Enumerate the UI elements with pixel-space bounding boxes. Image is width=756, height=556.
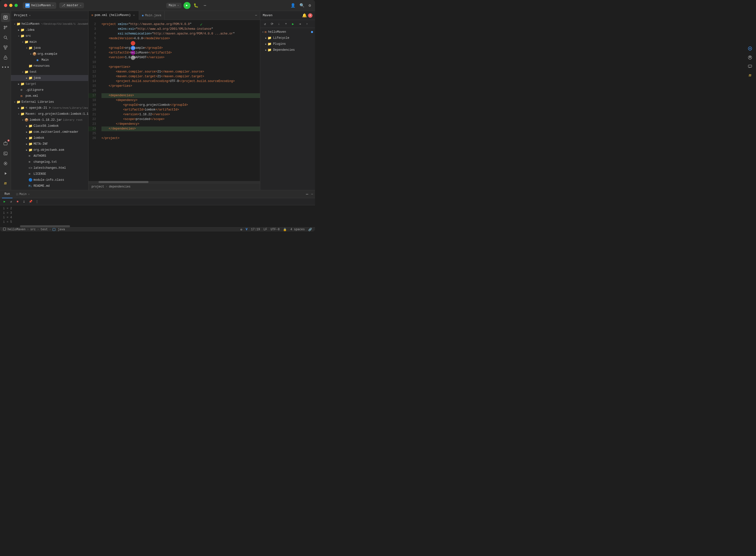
tree-item-meta-inf[interactable]: ▶ 📁 META-INF <box>11 141 88 147</box>
sidebar-icon-project[interactable] <box>1 13 10 22</box>
tree-item-lombok-pkg[interactable]: ▶ 📁 lombok <box>11 135 88 141</box>
tab-close-button[interactable]: ✕ <box>132 13 136 17</box>
minimize-button[interactable] <box>9 4 12 7</box>
status-line-col[interactable]: 17:19 <box>251 228 260 231</box>
tree-item-cmdreader[interactable]: ▶ 📁 com.zwitserloot.cmdreader <box>11 129 88 135</box>
settings-icon[interactable]: ⚙ <box>309 3 311 8</box>
status-breadcrumb-test[interactable]: test <box>40 228 48 231</box>
horizontal-scrollbar[interactable] <box>89 181 260 183</box>
tree-item-org-example[interactable]: ▾ 📦 org.example <box>11 51 88 57</box>
maven-add-button[interactable]: + <box>283 21 289 27</box>
tree-item-src[interactable]: ▾ 📁 src <box>11 33 88 39</box>
code-content[interactable]: <project xmlns="http://maven.apache.org/… <box>99 20 260 181</box>
tree-label: META-INF <box>34 142 48 146</box>
sidebar-icon-terminal[interactable] <box>1 149 10 158</box>
maven-project-label: helloMaven <box>268 30 286 34</box>
maven-item-dependencies[interactable]: ▶ 📁 Dependencies <box>260 47 315 53</box>
tree-item-readme[interactable]: M↓ README.md <box>11 183 88 189</box>
bottom-panel-minimize-button[interactable]: — <box>311 193 313 196</box>
run-stop-button[interactable]: ■ <box>15 199 20 204</box>
maven-download-button[interactable]: ↓ <box>276 21 282 27</box>
maven-item-plugins[interactable]: ▶ 📁 Plugins <box>260 41 315 47</box>
bottom-panel-more-button[interactable]: ⋯ <box>306 192 308 197</box>
branch-selector[interactable]: ⎇ master ▾ <box>59 2 84 8</box>
bottom-scrollbar[interactable] <box>0 225 315 227</box>
bottom-tab-run[interactable]: Run <box>2 190 12 198</box>
status-indent[interactable]: 4 spaces <box>290 228 305 231</box>
tree-label: changelog.txt <box>34 160 57 164</box>
tree-item-pom[interactable]: m pom.xml <box>11 93 88 99</box>
run-button[interactable]: ▶ <box>183 2 191 9</box>
tree-item-idea[interactable]: ▶ 📁 .idea <box>11 27 88 33</box>
notification-icon[interactable]: 🔔 <box>302 13 307 18</box>
run-scroll-button[interactable]: ⤓ <box>22 199 27 204</box>
tree-arrow-icon: ▶ <box>25 149 29 151</box>
maven-more-button[interactable]: › <box>304 21 310 27</box>
maven-expand-button[interactable]: ⇥ <box>297 21 303 27</box>
sidebar-icon-git[interactable] <box>1 23 10 32</box>
tree-item-ext-libs[interactable]: ▾ 📁 External Libraries <box>11 99 88 105</box>
tree-item-main[interactable]: ▾ 📁 main <box>11 39 88 45</box>
run-restart-button[interactable]: ▶ <box>2 199 7 204</box>
tree-item-hellomaven[interactable]: ▾ 📁 helloMaven ~/Desktop/CS/JavaEE/1 Jav… <box>11 21 88 27</box>
status-breadcrumb-project[interactable]: helloMaven <box>7 228 26 231</box>
status-version-icon[interactable]: V <box>246 228 247 231</box>
tab-main-java[interactable]: ◉ Main.java <box>139 11 165 20</box>
file-tree-body[interactable]: ▾ 📁 helloMaven ~/Desktop/CS/JavaEE/1 Jav… <box>11 20 88 190</box>
tab-pom-xml[interactable]: m pom.xml (helloMaven) ✕ <box>89 11 139 20</box>
maven-run-button[interactable]: ▶ <box>290 21 296 27</box>
scrollbar-thumb[interactable] <box>99 181 148 183</box>
run-rerun-button[interactable]: ↺ <box>8 199 13 204</box>
tree-item-maven-lombok[interactable]: ▾ 📁 Maven: org.projectlombok:lombok:1.18… <box>11 111 88 117</box>
profile-icon[interactable]: 👤 <box>290 3 296 8</box>
tree-item-latestchanges[interactable]: <> latestchanges.html <box>11 165 88 171</box>
maven-refresh-button[interactable]: ↺ <box>262 21 268 27</box>
sidebar-icon-plugins[interactable] <box>1 53 10 62</box>
tree-item-license[interactable]: ≡ LICENSE <box>11 171 88 177</box>
maximize-button[interactable] <box>14 4 18 7</box>
sidebar-icon-search[interactable] <box>1 33 10 42</box>
tree-item-test-java[interactable]: ▶ 📁 java <box>11 75 88 81</box>
bottom-tab-main[interactable]: Main ✕ <box>13 190 32 198</box>
status-encoding[interactable]: UTF-8 <box>271 228 279 231</box>
tree-item-lombok-jar[interactable]: ▾ 📦 lombok-1.18.22.jar library root <box>11 117 88 123</box>
maven-reimport-button[interactable]: ⟳ <box>269 21 275 27</box>
tree-item-changelog[interactable]: ≡ changelog.txt <box>11 159 88 165</box>
status-share-icon[interactable]: 🔗 <box>308 228 312 232</box>
search-icon[interactable]: 🔍 <box>300 3 305 8</box>
tree-item-asm[interactable]: ▶ 📁 org.objectweb.asm <box>11 147 88 153</box>
project-selector[interactable]: HM helloMaven ▾ <box>23 2 56 9</box>
sidebar-icon-run[interactable] <box>1 169 10 178</box>
sidebar-icon-editor[interactable]: m <box>1 179 10 188</box>
run-pin-button[interactable]: 📌 <box>28 199 33 204</box>
tree-item-target[interactable]: ▶ 📁 target <box>11 81 88 87</box>
status-breadcrumb-java[interactable]: java <box>53 228 65 231</box>
status-breadcrumb-src[interactable]: src <box>30 228 36 231</box>
close-button[interactable] <box>4 4 7 7</box>
tree-item-test[interactable]: ▾ 📁 test <box>11 69 88 75</box>
sidebar-icon-android[interactable]: 2 <box>1 139 10 148</box>
tree-item-class50[interactable]: ▶ 📁 Class50.lombok <box>11 123 88 129</box>
sidebar-icon-debug[interactable] <box>1 159 10 168</box>
run-settings-button[interactable]: ⋮ <box>34 199 39 204</box>
status-settings-icon[interactable]: ⚙ <box>241 228 242 232</box>
tree-item-resources[interactable]: 📁 resources <box>11 63 88 69</box>
tab-more-button[interactable]: ⋯ <box>252 13 260 17</box>
tree-arrow-icon: ▾ <box>29 53 33 56</box>
tree-item-main-java[interactable]: ▾ 📁 java <box>11 45 88 51</box>
more-button[interactable]: ⋯ <box>202 2 208 9</box>
maven-item-hellomaven[interactable]: ▾ m helloMaven <box>260 29 315 35</box>
sidebar-icon-more[interactable]: ••• <box>1 63 10 72</box>
status-line-ending[interactable]: LF <box>264 228 267 231</box>
sidebar-icon-structure[interactable] <box>1 43 10 52</box>
tree-item-main-java-file[interactable]: ◉ Main <box>11 57 88 63</box>
bottom-scrollbar-thumb[interactable] <box>20 225 70 227</box>
debug-button[interactable]: 🐛 <box>193 2 200 9</box>
tree-item-gitignore[interactable]: ⊘ .gitignore <box>11 87 88 93</box>
tree-item-module-info[interactable]: 🔵 module-info.class <box>11 177 88 183</box>
tree-item-openjdk[interactable]: ▶ 📁 < openjdk-21 > /Users/eve/Library/Ja… <box>11 105 88 111</box>
maven-arrow-icon: ▶ <box>265 37 267 39</box>
tab-close-icon[interactable]: ✕ <box>28 193 30 196</box>
maven-item-lifecycle[interactable]: ▶ 📁 Lifecycle <box>260 35 315 41</box>
tree-item-authors[interactable]: ≡ AUTHORS <box>11 153 88 159</box>
